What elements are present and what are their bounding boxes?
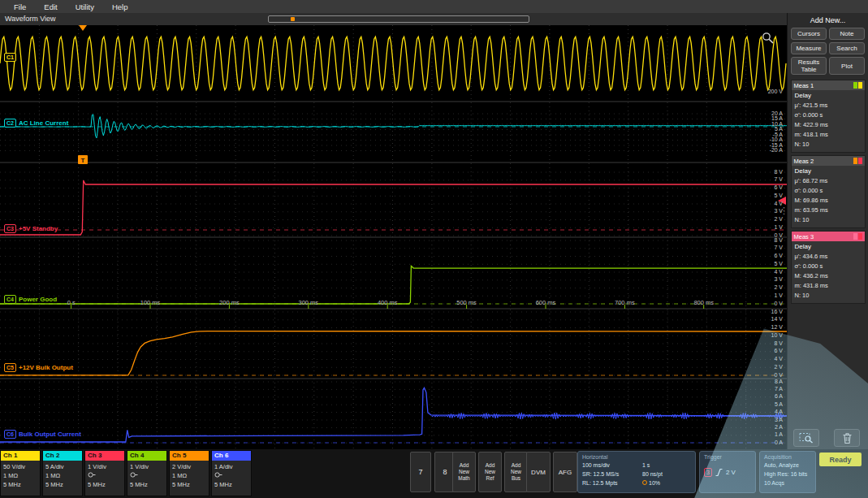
measurement-card-1[interactable]: Meas 1Delayμ': 421.5 msσ': 0.000 sM: 422… [791, 80, 866, 153]
channel-tag-c1[interactable]: C1 [4, 53, 16, 62]
channel-badge-4[interactable]: Ch 41 V/div5 MHz [127, 450, 167, 496]
channel-badge-header: Ch 4 [127, 451, 166, 461]
channel-label-c4[interactable]: C4Power Good [4, 295, 57, 304]
measurement-header: Meas 1 [792, 80, 865, 90]
channel-setting: 5 MHz [172, 480, 209, 489]
horizontal-value: 80 ns/pt [642, 470, 663, 479]
channel-badge-6[interactable]: Ch 61 A/div5 MHz [211, 450, 252, 496]
afg-button[interactable]: AFG [553, 452, 577, 492]
acquisition-value: High Res: 16 bits [764, 470, 811, 479]
channel-label-c2[interactable]: C2AC Line Current [4, 119, 68, 128]
add-new-waveform-buttons: AddNewMathAddNewRefAddNewBus [452, 452, 528, 492]
channel-badge-header: Ch 6 [212, 451, 251, 461]
sidebar-button-plot[interactable]: Plot [829, 57, 865, 75]
measurement-list: Meas 1Delayμ': 421.5 msσ': 0.000 sM: 422… [788, 80, 868, 304]
panel-resize-handle[interactable]: ⋮ [779, 208, 786, 214]
measurement-title: Meas 2 [794, 158, 814, 165]
measurement-stat: N: 10 [795, 291, 862, 301]
probe-icon [130, 471, 138, 479]
add-new-bus-button[interactable]: AddNewBus [504, 452, 528, 492]
minimap-trigger-marker[interactable] [291, 17, 295, 21]
horizontal-panel[interactable]: Horizontal 100 ms/div1 sSR: 12.5 MS/s80 … [577, 451, 696, 493]
trace-c2[interactable] [0, 115, 787, 138]
trigger-level-marker[interactable] [778, 197, 786, 205]
channel-setting: 5 MHz [3, 480, 40, 489]
channel-label-text: Power Good [19, 296, 57, 303]
menu-item-edit[interactable]: Edit [35, 2, 66, 11]
channel-label-c5[interactable]: C5+12V Bulk Output [4, 363, 73, 372]
time-axis-label: 300 ms [292, 299, 325, 306]
waveform-display[interactable]: T 200 VC120 A15 A10 A5 A-5 A-10 A-15 A-2… [0, 25, 787, 449]
channel-badge-3[interactable]: Ch 31 V/div5 MHz [84, 450, 125, 496]
add-new-math-button[interactable]: AddNewMath [452, 452, 476, 492]
measurement-header: Meas 2 [792, 156, 865, 166]
channel-label-c3[interactable]: C3+5V Standby [4, 224, 58, 233]
measurement-stat: M: 69.86 ms [795, 196, 862, 206]
channel-tag-c2[interactable]: C2 [4, 119, 16, 128]
trace-c3[interactable] [0, 180, 787, 235]
channel-badge-5[interactable]: Ch 52 V/div1 MΩ5 MHz [169, 450, 209, 496]
measurement-title: Meas 3 [794, 233, 814, 240]
sidebar-button-results-table[interactable]: Results Table [791, 57, 827, 75]
channel-setting: 1 MΩ [172, 471, 209, 480]
channel-button-7[interactable]: 7 [410, 452, 431, 492]
channel-tag-c6[interactable]: C6 [4, 430, 16, 439]
channel-label-c1[interactable]: C1 [4, 53, 16, 62]
menu-item-utility[interactable]: Utility [67, 2, 103, 11]
horizontal-overview-minimap[interactable] [268, 15, 529, 23]
measurement-source-chips [853, 233, 862, 240]
channel-setting: 5 MHz [214, 480, 251, 489]
trigger-panel[interactable]: Trigger 3 2 V [699, 451, 756, 493]
sidebar-button-measure[interactable]: Measure [791, 42, 827, 54]
zoom-mode-button[interactable] [793, 429, 819, 447]
channel-badge-2[interactable]: Ch 25 A/div1 MΩ5 MHz [42, 450, 83, 496]
add-new-buttons: CursorsNoteMeasureSearchResults TablePlo… [788, 28, 868, 75]
acquisition-panel[interactable]: Acquisition Auto, AnalyzeHigh Res: 16 bi… [759, 451, 816, 493]
sidebar-button-search[interactable]: Search [829, 42, 865, 54]
trash-button[interactable] [834, 429, 860, 447]
measurement-card-2[interactable]: Meas 2Delayμ': 68.72 msσ': 0.000 sM: 69.… [791, 155, 866, 228]
channel-label-c6[interactable]: C6Bulk Output Current [4, 430, 81, 439]
bottom-settings-bar: Ch 150 V/div1 MΩ5 MHzCh 25 A/div1 MΩ5 MH… [0, 449, 868, 498]
channel-tag-c4[interactable]: C4 [4, 295, 16, 304]
channel-setting: 1 MΩ [3, 471, 40, 480]
trace-c5[interactable] [0, 331, 787, 375]
channel-badge-1[interactable]: Ch 150 V/div1 MΩ5 MHz [0, 450, 41, 496]
channel-setting: 5 MHz [88, 480, 124, 489]
channel-badge-header: Ch 3 [85, 451, 124, 461]
trigger-panel-title: Trigger [704, 453, 751, 461]
zoom-glass-icon[interactable] [762, 32, 775, 48]
dvm-button[interactable]: DVM [526, 452, 551, 492]
measurement-stat: N: 10 [795, 140, 862, 149]
measurement-type: Delay [795, 242, 862, 252]
measurement-stat: σ': 0.000 s [795, 262, 862, 271]
trace-c1[interactable] [0, 37, 786, 89]
channel-setting: 5 MHz [130, 480, 166, 489]
sidebar-button-cursors[interactable]: Cursors [791, 28, 827, 40]
ready-status-badge: Ready [819, 453, 862, 466]
source-chip [853, 82, 857, 89]
horizontal-row: SR: 12.5 MS/s80 ns/pt [582, 470, 691, 479]
waveform-canvas: T [0, 25, 787, 449]
horizontal-row: RL: 12.5 Mpts10% [582, 479, 691, 487]
add-new-ref-button[interactable]: AddNewRef [478, 452, 502, 492]
channel-badge-body: 1 V/div5 MHz [127, 461, 166, 489]
trace-c4[interactable] [0, 266, 787, 304]
measurement-stat: σ': 0.000 s [795, 110, 862, 120]
measurement-body: Delayμ': 434.6 msσ': 0.000 sM: 436.2 msm… [792, 241, 865, 303]
channel-label-text: +5V Standby [19, 225, 58, 232]
waveform-view-tab[interactable]: Waveform View [5, 15, 56, 23]
trigger-position-marker[interactable] [79, 25, 87, 31]
trash-icon [842, 432, 853, 444]
trigger-settings: 3 2 V [704, 468, 751, 477]
sidebar-button-note[interactable]: Note [829, 28, 865, 40]
measurement-card-3[interactable]: Meas 3Delayμ': 434.6 msσ': 0.000 sM: 436… [791, 231, 866, 304]
channel-tag-c5[interactable]: C5 [4, 363, 16, 372]
channel-setting [130, 471, 166, 480]
time-axis-label: 800 ms [688, 299, 720, 306]
channel-setting: 5 MHz [45, 480, 82, 489]
menu-item-file[interactable]: File [5, 2, 35, 11]
channel-tag-c3[interactable]: C3 [4, 224, 16, 233]
menu-item-help[interactable]: Help [103, 2, 137, 11]
time-axis-label: 200 ms [213, 299, 245, 306]
